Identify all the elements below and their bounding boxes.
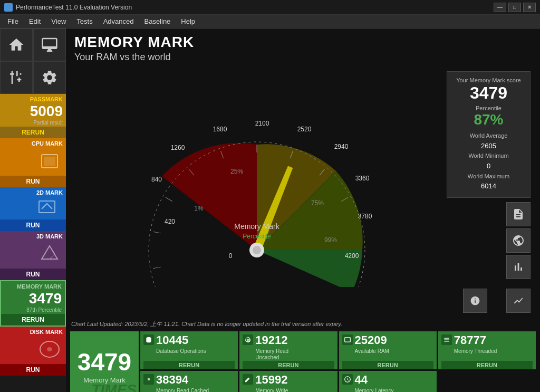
- disk-icon: [36, 339, 63, 360]
- content-header: MEMORY MARK Your RAM vs the world: [66, 28, 540, 66]
- settings-button[interactable]: [0, 61, 33, 94]
- mem-write-icon: [243, 374, 253, 385]
- page-title: MEMORY MARK: [74, 34, 532, 51]
- window-controls: — □ ✕: [494, 3, 536, 12]
- main-layout: PASSMARK 5009 Partial result RERUN CPU M…: [0, 28, 540, 392]
- home-icon: [8, 36, 25, 53]
- threed-section[interactable]: 3D MARK RUN: [0, 231, 66, 280]
- cpu-section[interactable]: CPU MARK RUN: [0, 138, 66, 187]
- passmark-rerun-button[interactable]: RERUN: [0, 127, 66, 138]
- monitor-button[interactable]: [33, 28, 66, 61]
- memory-label: MEMORY MARK: [1, 281, 65, 291]
- mem-latency-label: Memory Latency: [355, 388, 394, 392]
- page-subtitle: Your RAM vs the world: [74, 52, 532, 63]
- result-cell-avail-ram: 25209 Available RAM RERUN: [339, 331, 437, 369]
- avail-ram-label: Available RAM: [355, 348, 389, 355]
- menu-baseline[interactable]: Baseline: [139, 16, 176, 26]
- memory-rerun-button[interactable]: RERUN: [1, 314, 65, 326]
- minimize-button[interactable]: —: [494, 3, 506, 12]
- world-min-label: World Minimum: [452, 151, 525, 161]
- svg-text:1260: 1260: [171, 144, 185, 151]
- mem-write-score: 15992: [255, 373, 288, 387]
- content-area: MEMORY MARK Your RAM vs the world: [66, 28, 540, 392]
- threed-label: 3D MARK: [0, 231, 66, 240]
- result-cell-mem-read-uncached: 19212 Memory Read Uncached RERUN: [239, 331, 337, 369]
- title-bar: PerformanceTest 11.0 Evaluation Version …: [0, 0, 540, 15]
- mem-write-label: Memory Write: [255, 388, 288, 392]
- twod-run-button[interactable]: RUN: [0, 219, 66, 231]
- result-cell-mem-read-cached-top: 38394 Memory Read Cached: [143, 373, 235, 392]
- svg-rect-1: [44, 157, 55, 166]
- right-icon-buttons: [447, 202, 531, 279]
- svg-text:840: 840: [151, 176, 162, 183]
- report-button[interactable]: [506, 202, 531, 226]
- passmark-score: 5009: [0, 103, 66, 120]
- avail-ram-rerun-button[interactable]: RERUN: [342, 361, 433, 369]
- maximize-button[interactable]: □: [508, 3, 521, 12]
- result-cell-mem-read-cached: 38394 Memory Read Cached RERUN: [140, 371, 238, 392]
- svg-point-4: [47, 347, 52, 351]
- world-stats: World Average 2605 World Minimum 0 World…: [452, 131, 525, 192]
- gear-button[interactable]: [33, 61, 66, 94]
- svg-text:0: 0: [229, 252, 233, 260]
- home-button[interactable]: [0, 28, 33, 61]
- svg-text:2100: 2100: [255, 120, 269, 127]
- menu-file[interactable]: File: [2, 16, 24, 26]
- main-score-cell: 3479 Memory Mark TIMES: [70, 331, 139, 392]
- mem-threaded-rerun-button[interactable]: RERUN: [441, 361, 533, 369]
- svg-text:75%: 75%: [311, 199, 324, 207]
- svg-text:25%: 25%: [230, 168, 243, 175]
- passmark-label: PASSMARK: [0, 94, 66, 103]
- disk-section[interactable]: DISK MARK RUN: [0, 327, 66, 376]
- globe-icon: [512, 234, 525, 247]
- info-button[interactable]: [463, 289, 487, 313]
- main-score-value: 3479: [78, 350, 131, 374]
- globe-button[interactable]: [506, 228, 531, 253]
- menu-tests[interactable]: Tests: [71, 16, 98, 26]
- disk-icon-area: [0, 335, 66, 364]
- svg-text:1680: 1680: [213, 126, 227, 133]
- mem-read-uncached-rerun-button[interactable]: RERUN: [243, 361, 334, 369]
- cpu-label: CPU MARK: [0, 138, 66, 147]
- mem-latency-icon: [342, 374, 353, 385]
- svg-rect-2: [39, 201, 55, 213]
- mem-read-uncached-label: Memory Read Uncached: [255, 348, 288, 361]
- graph-button[interactable]: [506, 289, 531, 313]
- world-max-label: World Maximum: [452, 172, 525, 181]
- menu-advanced[interactable]: Advanced: [98, 16, 139, 26]
- passmark-section[interactable]: PASSMARK 5009 Partial result RERUN: [0, 94, 66, 138]
- memory-section[interactable]: MEMORY MARK 3479 87th Percentile RERUN: [0, 280, 66, 327]
- percentile-label: Percentile: [452, 105, 525, 111]
- bar-chart-icon: [512, 261, 525, 273]
- mem-read-cached-label: Memory Read Cached: [156, 388, 209, 392]
- menu-bar: File Edit View Tests Advanced Baseline H…: [0, 15, 540, 28]
- result-cell-mem-latency: 44 Memory Latency RERUN: [339, 371, 437, 392]
- right-panel: Your Memory Mark score 3479 Percentile 8…: [442, 66, 535, 318]
- chart-button[interactable]: [506, 255, 531, 279]
- bottom-section: Chart Last Updated: 2023/5/2, 上午 11:21. …: [66, 318, 540, 392]
- sidebar-top-icons: [0, 28, 66, 94]
- close-button[interactable]: ✕: [523, 3, 536, 12]
- sidebar: PASSMARK 5009 Partial result RERUN CPU M…: [0, 28, 66, 392]
- threed-run-button[interactable]: RUN: [0, 269, 66, 280]
- cpu-run-button[interactable]: RUN: [0, 176, 66, 187]
- twod-icon: [36, 198, 63, 217]
- twod-section[interactable]: 2D MARK RUN: [0, 187, 66, 231]
- menu-edit[interactable]: Edit: [24, 16, 46, 26]
- svg-text:Percentile: Percentile: [243, 233, 271, 240]
- result-cell-mem-threaded: 78777 Memory Threaded RERUN: [438, 331, 536, 369]
- disk-run-button[interactable]: RUN: [0, 364, 66, 376]
- gauge-chart: 0 420 840 1260 1680 2100 2520 2940 3360 …: [93, 97, 420, 287]
- memory-sub: 87th Percentile: [1, 307, 65, 314]
- twod-icon-area: [0, 196, 66, 219]
- db-ops-rerun-button[interactable]: RERUN: [143, 361, 235, 369]
- monitor-icon: [41, 36, 58, 53]
- gauge-bottom-icons: [447, 283, 531, 313]
- avail-ram-score: 25209: [355, 333, 389, 347]
- mem-latency-score: 44: [355, 373, 394, 387]
- memory-score: 3479: [1, 291, 65, 307]
- threed-icon: [36, 243, 63, 264]
- menu-view[interactable]: View: [46, 16, 71, 26]
- chart-notice: Chart Last Updated: 2023/5/2, 上午 11:21. …: [70, 320, 536, 328]
- menu-help[interactable]: Help: [176, 16, 200, 26]
